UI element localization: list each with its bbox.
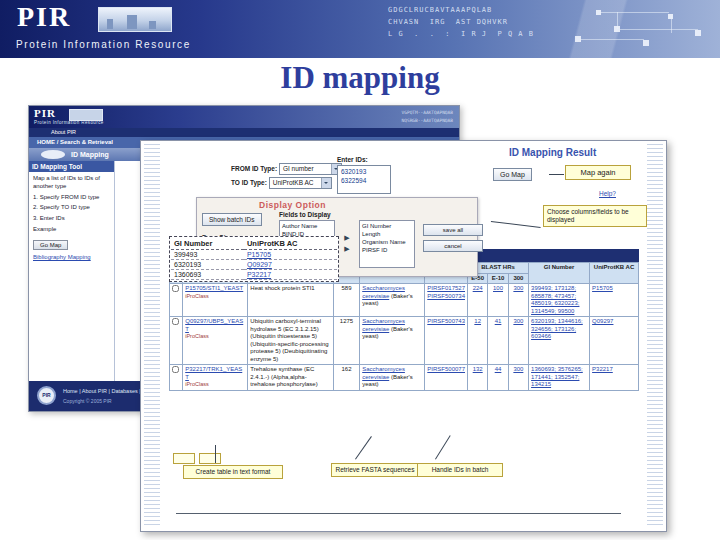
sidebar-item-example[interactable]: Example xyxy=(29,223,114,234)
list-item[interactable]: GI Number xyxy=(362,222,412,230)
blast-count[interactable]: 12 xyxy=(468,317,488,365)
pir-logo: PIR xyxy=(17,1,71,33)
page-title: ID mapping xyxy=(0,60,720,96)
circuit-line xyxy=(671,16,672,33)
table-row: 1360693 P32217 xyxy=(171,270,337,280)
dropdown-icon[interactable] xyxy=(321,178,331,188)
protein-name: Ubiquitin carboxyl-terminal hydrolase 5 … xyxy=(248,317,333,365)
result-row: P32217/TRK1_YEAST iProClass Trehalose sy… xyxy=(170,365,639,391)
iproclass-link[interactable]: iProClass xyxy=(185,333,245,340)
ac-link[interactable]: P32217 xyxy=(244,270,337,280)
pirsf-link[interactable]: PIRSF500734 xyxy=(427,293,465,301)
pirsf-link[interactable]: PIRSF500743 xyxy=(427,318,465,326)
banner-glyph-line-3: L G . . : I R J P Q A B xyxy=(388,28,534,40)
protein-name: Heat shock protein STI1 xyxy=(248,284,333,317)
row-checkbox[interactable] xyxy=(172,285,179,292)
pir-mini-banner: PIR Protein Information Resource VGPQTM-… xyxy=(29,106,459,128)
breadcrumb[interactable]: HOME / Search & Retrieval xyxy=(37,139,113,145)
sidebar-go-map-button[interactable]: Go Map xyxy=(33,240,68,250)
building-shape xyxy=(127,15,137,29)
fields-to-display-label: Fields to Display xyxy=(279,211,331,218)
from-id-type-select[interactable]: GI number xyxy=(279,163,342,175)
col-uniprot-ac: UniProtKB AC xyxy=(590,263,639,284)
enter-ids-textarea[interactable]: 6320193 6322594 xyxy=(337,165,391,194)
uniprot-ac-link[interactable]: Q09297 xyxy=(590,317,639,365)
bottom-rule xyxy=(176,513,621,514)
circuit-line xyxy=(600,12,669,13)
gi-value: 6320193 xyxy=(171,260,244,270)
move-right-icon[interactable]: ▶ xyxy=(339,232,355,243)
uniprot-id-link[interactable]: P15705/STI1_YEAST xyxy=(185,285,245,293)
map-again-callout: Map again xyxy=(565,165,631,180)
go-map-button[interactable]: Go Map xyxy=(493,168,532,181)
move-fields-arrows[interactable]: ▶ ▶ xyxy=(339,232,355,254)
gi-numbers[interactable]: 399493; 173128; 685878; 473457; 485019; … xyxy=(529,284,590,317)
blast-count[interactable]: 300 xyxy=(508,365,528,391)
arrow-line xyxy=(215,445,216,463)
blast-count[interactable]: 44 xyxy=(488,365,508,391)
list-item[interactable]: Organism Name xyxy=(362,238,412,246)
iproclass-link[interactable]: iProClass xyxy=(185,293,245,300)
mapping-mini-table: GI Number UniProtKB AC 399493 P15705 632… xyxy=(169,236,339,282)
arrow-line xyxy=(491,221,541,228)
ac-link[interactable]: P15705 xyxy=(244,250,337,260)
banner-glyph-line-2: CHVASN IRG AST DQHVKR xyxy=(388,16,508,28)
protein-name: Trehalose synthase (EC 2.4.1.-) (Alpha,a… xyxy=(248,365,333,391)
uniprot-ac-link[interactable]: P15705 xyxy=(590,284,639,317)
to-id-type-select[interactable]: UniProtKB AC xyxy=(269,177,332,189)
blast-count[interactable]: 132 xyxy=(468,365,488,391)
circuit-line xyxy=(617,12,618,29)
move-right-icon[interactable]: ▶ xyxy=(339,243,355,254)
uniprot-id-link[interactable]: P32217/TRK1_YEAST xyxy=(185,366,245,381)
circuit-line xyxy=(620,29,698,30)
list-item[interactable]: Author Name xyxy=(282,222,332,230)
result-row: P15705/STI1_YEAST iProClass Heat shock p… xyxy=(170,284,639,317)
uniprot-ac-link[interactable]: P32217 xyxy=(590,365,639,391)
blast-count[interactable]: 300 xyxy=(508,317,528,365)
from-id-type-value: GI number xyxy=(283,165,314,172)
sidebar-item-step1: 1. Specify FROM ID type xyxy=(29,191,114,202)
cancel-button[interactable]: cancel xyxy=(423,240,483,252)
list-item[interactable]: PIRSF ID xyxy=(362,246,412,254)
pir-logo-small: PIR xyxy=(34,107,56,119)
sidebar-item-intro: Map a list of IDs to IDs of another type xyxy=(29,172,114,191)
result-row: Q09297/UBP5_YEAST iProClass Ubiquitin ca… xyxy=(170,317,639,365)
pirsf-link[interactable]: PIRSF017527 xyxy=(427,285,465,293)
fields-selected-list[interactable]: GI Number Length Organism Name PIRSF ID xyxy=(359,220,415,268)
show-batch-ids-button[interactable]: Show batch IDs xyxy=(202,213,262,226)
building-shape xyxy=(107,19,113,29)
blast-count[interactable]: 100 xyxy=(488,284,508,317)
blast-count[interactable]: 41 xyxy=(488,317,508,365)
copyright: Copyright © 2005 PIR xyxy=(63,398,112,404)
gi-numbers[interactable]: 6320193; 1344616; 324656; 173126; 603466 xyxy=(529,317,590,365)
circuit-node xyxy=(643,40,649,46)
help-link[interactable]: Help? xyxy=(599,190,616,197)
col-blast-sub2: E-10 xyxy=(488,273,508,284)
list-item[interactable]: Length xyxy=(362,230,412,238)
pirsf-link[interactable]: PIRSF500077 xyxy=(427,366,465,374)
blast-count[interactable]: 224 xyxy=(468,284,488,317)
go-oval-button[interactable] xyxy=(41,150,65,159)
iproclass-link[interactable]: iProClass xyxy=(185,381,245,388)
table-row: 399493 P15705 xyxy=(171,250,337,260)
sidebar-item-step3: 3. Enter IDs xyxy=(29,212,114,223)
pir-seal: PIR xyxy=(37,386,56,405)
gi-value: 1360693 xyxy=(171,270,244,280)
row-checkbox[interactable] xyxy=(172,366,179,373)
ac-link[interactable]: Q09297 xyxy=(244,260,337,270)
circuit-node xyxy=(695,30,701,36)
retrieve-fasta-callout: Retrieve FASTA sequences xyxy=(331,463,419,477)
banner-subtitle: Protein Information Resource xyxy=(16,39,191,50)
campus-photo-small xyxy=(69,109,103,121)
blast-count[interactable]: 300 xyxy=(508,284,528,317)
handle-batch-callout: Handle IDs in batch xyxy=(417,463,503,477)
entered-id-2: 6322594 xyxy=(341,176,387,185)
save-all-button[interactable]: save all xyxy=(423,224,483,236)
tab-about-pir[interactable]: About PIR xyxy=(29,128,459,137)
sidebar-bibliography-link[interactable]: Bibliography Mapping xyxy=(29,252,114,262)
building-shape xyxy=(149,21,156,29)
uniprot-id-link[interactable]: Q09297/UBP5_YEAST xyxy=(185,318,245,333)
gi-numbers[interactable]: 1360693; 3576265; 171441; 1352547; 13421… xyxy=(529,365,590,391)
row-checkbox[interactable] xyxy=(172,318,179,325)
section-label: ID Mapping xyxy=(71,151,109,158)
